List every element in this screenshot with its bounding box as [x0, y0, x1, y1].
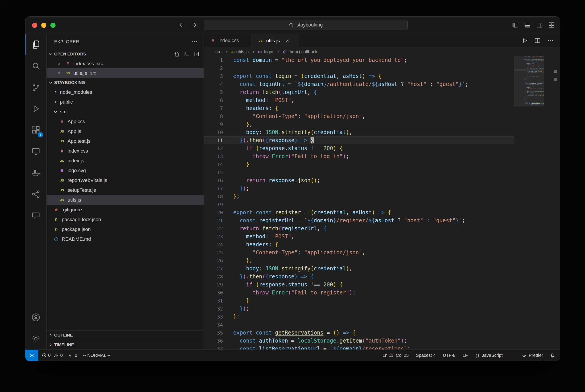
code-line-29[interactable]: 29 if (response.status !== 200) { [204, 281, 514, 289]
code-line-26[interactable]: 26 }, [204, 256, 514, 264]
eol[interactable]: LF [463, 353, 468, 358]
close-icon[interactable] [57, 71, 61, 76]
tab-index-css[interactable]: #index.css [204, 34, 251, 47]
activity-bar-item-chat[interactable] [26, 205, 46, 226]
line-number[interactable]: 30 [204, 289, 223, 297]
toggle-secondary-sidebar-icon[interactable] [536, 22, 543, 29]
vim-mode-indicator[interactable]: -- NORMAL -- [83, 353, 110, 358]
code-line-21[interactable]: 21 const registerUrl = `${domain}/regist… [204, 216, 514, 224]
code-line-10[interactable]: 10 body: JSON.stringify(credential), [204, 128, 514, 136]
go-forward-icon[interactable] [191, 22, 197, 28]
close-icon[interactable] [285, 38, 289, 43]
line-number[interactable]: 20 [204, 209, 223, 217]
code-line-31[interactable]: 31 } [204, 297, 514, 305]
project-section-header[interactable]: STAYBOOKING [47, 78, 203, 87]
line-number[interactable]: 21 [204, 217, 223, 225]
code-line-27[interactable]: 27 body: JSON.stringify(credential), [204, 264, 514, 272]
code-line-24[interactable]: 24 headers: { [204, 240, 514, 248]
code-line-12[interactable]: 12 if (response.status !== 200) { [204, 144, 514, 152]
remote-indicator[interactable] [26, 350, 38, 361]
line-number[interactable]: 37 [204, 345, 223, 350]
minimap[interactable]: const domain = "the url you deployed you… [514, 56, 544, 350]
line-number[interactable]: 7 [204, 104, 223, 112]
line-number[interactable]: 12 [204, 144, 223, 152]
code-line-7[interactable]: 7 headers: { [204, 104, 514, 112]
tree-item-index-css[interactable]: #index.css [47, 146, 203, 156]
activity-bar-item-settings[interactable] [26, 328, 46, 350]
line-number[interactable]: 4 [204, 80, 223, 88]
line-number[interactable]: 5 [204, 88, 223, 96]
line-number[interactable]: 36 [204, 337, 223, 345]
activity-bar-item-explorer[interactable] [26, 34, 46, 55]
line-number[interactable]: 14 [204, 160, 223, 168]
code-line-6[interactable]: 6 method: "POST", [204, 96, 514, 104]
open-editors-header[interactable]: OPEN EDITORS [47, 50, 203, 59]
tree-item-app-test-js[interactable]: JSApp.test.js [47, 136, 203, 146]
open-editor-index-css[interactable]: #index.csssrc [47, 59, 203, 68]
code-line-23[interactable]: 23 method: "POST", [204, 232, 514, 240]
activity-bar-item-remote-explorer[interactable] [26, 141, 46, 162]
command-center-search[interactable]: staybooking [204, 20, 408, 30]
line-number[interactable]: 23 [204, 233, 223, 241]
activity-bar-item-source-control[interactable] [26, 76, 46, 98]
tree-item-index-js[interactable]: JSindex.js [47, 156, 203, 166]
line-number[interactable]: 18 [204, 193, 223, 201]
customize-layout-icon[interactable] [548, 22, 555, 29]
go-back-icon[interactable] [178, 22, 185, 28]
tab-utils-js[interactable]: JSutils.js [251, 34, 299, 48]
code-line-36[interactable]: 36 const authToken = localStorage.getIte… [204, 337, 514, 345]
zoom-window-button[interactable] [50, 23, 56, 28]
line-number[interactable]: 15 [204, 168, 223, 176]
code-line-18[interactable]: 18}; [204, 192, 514, 200]
line-number[interactable]: 10 [204, 128, 223, 136]
tree-item-app-js[interactable]: JSApp.js [47, 126, 203, 136]
split-editor-icon[interactable] [534, 37, 541, 44]
code-editor[interactable]: 1const domain = "the url you deployed yo… [204, 56, 514, 350]
tree-item-node-modules[interactable]: node_modules [47, 87, 203, 97]
more-actions-icon[interactable] [547, 37, 554, 44]
formatter-status[interactable]: Prettier [522, 353, 543, 358]
line-number[interactable]: 32 [204, 305, 223, 313]
minimap-slider[interactable] [514, 56, 544, 106]
tree-item-package-json[interactable]: {}package.json [47, 224, 203, 234]
code-line-2[interactable]: 2 [204, 64, 514, 72]
minimize-window-button[interactable] [41, 23, 46, 28]
code-line-3[interactable]: 3export const login = (credential, asHos… [204, 72, 514, 80]
problems-indicator[interactable]: 0 0 [42, 353, 63, 358]
code-line-13[interactable]: 13 throw Error("Fail to log in"); [204, 152, 514, 160]
code-line-30[interactable]: 30 throw Error("Fail to register"); [204, 289, 514, 297]
ports-indicator[interactable]: 0 [69, 353, 77, 358]
activity-bar-item-run-debug[interactable] [26, 98, 46, 120]
line-number[interactable]: 25 [204, 249, 223, 257]
close-icon[interactable] [57, 62, 61, 66]
indentation[interactable]: Spaces: 4 [416, 353, 436, 358]
tree-item-package-lock-json[interactable]: {}package-lock.json [47, 215, 203, 224]
save-all-icon[interactable] [184, 51, 190, 57]
line-number[interactable]: 6 [204, 96, 223, 104]
line-number[interactable]: 11 [204, 136, 223, 144]
line-number[interactable]: 13 [204, 152, 223, 160]
tree-item-utils-js[interactable]: JSutils.js [47, 195, 203, 205]
tree-item-gitignore[interactable]: .gitignore [47, 205, 203, 215]
toggle-panel-icon[interactable] [524, 22, 531, 29]
line-number[interactable]: 27 [204, 265, 223, 273]
line-number[interactable]: 2 [204, 64, 223, 72]
line-number[interactable]: 22 [204, 225, 223, 233]
code-line-4[interactable]: 4 const loginUrl = `${domain}/authentica… [204, 80, 514, 88]
activity-bar-item-search[interactable] [26, 55, 46, 76]
code-line-5[interactable]: 5 return fetch(loginUrl, { [204, 88, 514, 96]
line-number[interactable]: 24 [204, 241, 223, 249]
code-line-16[interactable]: 16 return response.json(); [204, 176, 514, 184]
line-number[interactable]: 35 [204, 329, 223, 337]
tree-item-app-css[interactable]: #App.css [47, 117, 203, 126]
close-all-editors-icon[interactable] [194, 51, 199, 57]
line-number[interactable]: 3 [204, 72, 223, 80]
line-number[interactable]: 19 [204, 201, 223, 209]
line-number[interactable]: 29 [204, 281, 223, 289]
outline-section-header[interactable]: OUTLINE [47, 330, 203, 340]
close-window-button[interactable] [32, 23, 37, 28]
breadcrumb-item-then-callback[interactable]: then() callback [283, 49, 318, 54]
line-number[interactable]: 8 [204, 112, 223, 120]
tree-item-setuptests-js[interactable]: JSsetupTests.js [47, 185, 203, 195]
code-line-19[interactable]: 19 [204, 200, 514, 208]
